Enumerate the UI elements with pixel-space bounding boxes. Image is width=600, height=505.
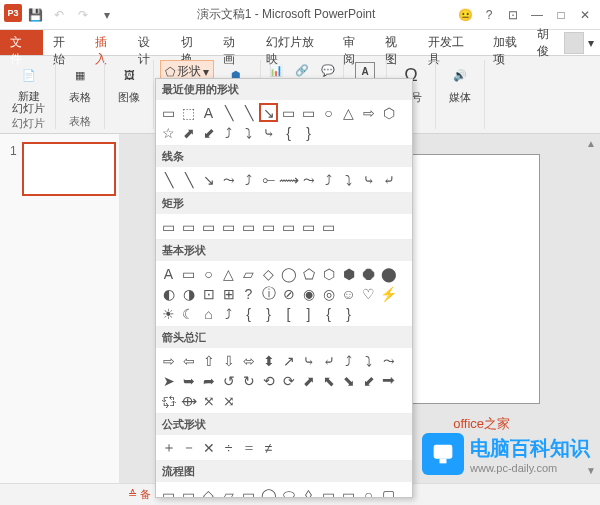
tab-view[interactable]: 视图 <box>375 30 418 55</box>
shape-item[interactable]: ⚡ <box>379 284 398 303</box>
shape-item[interactable]: ⟜ <box>259 170 278 189</box>
shape-item[interactable]: A <box>199 103 218 122</box>
shape-item[interactable]: ⤴ <box>239 170 258 189</box>
shape-item[interactable]: ✕ <box>199 438 218 457</box>
ribbon-options-icon[interactable]: ⊡ <box>502 4 524 26</box>
shape-item[interactable]: ⇨ <box>359 103 378 122</box>
shape-item[interactable]: ▭ <box>159 485 178 498</box>
tab-design[interactable]: 设计 <box>128 30 171 55</box>
tab-review[interactable]: 审阅 <box>333 30 376 55</box>
shape-item[interactable]: { <box>319 304 338 323</box>
shape-item[interactable]: ⊘ <box>279 284 298 303</box>
shape-item[interactable]: ⤵ <box>339 170 358 189</box>
apps-button[interactable]: 🔗 <box>290 60 314 80</box>
shape-item[interactable]: ↗ <box>279 351 298 370</box>
shape-item[interactable]: ⬄ <box>239 351 258 370</box>
shape-item[interactable]: ▭ <box>199 217 218 236</box>
shape-item[interactable]: ▭ <box>179 217 198 236</box>
shape-item[interactable]: ⟿ <box>279 170 298 189</box>
shape-item[interactable]: ▭ <box>299 217 318 236</box>
shape-item[interactable]: ⬡ <box>319 264 338 283</box>
shape-item[interactable]: ▭ <box>279 103 298 122</box>
shape-item[interactable]: ↘ <box>199 170 218 189</box>
slide-thumb-1[interactable]: 1 <box>22 142 116 196</box>
shape-item[interactable]: ⮔ <box>159 391 178 410</box>
shape-item[interactable]: ▭ <box>339 485 358 498</box>
tab-insert[interactable]: 插入 <box>85 30 128 55</box>
shape-item[interactable]: ＝ <box>239 438 258 457</box>
shape-item[interactable]: } <box>259 304 278 323</box>
tab-addins[interactable]: 加载项 <box>483 30 537 55</box>
shape-item[interactable]: ⤶ <box>319 351 338 370</box>
shape-item[interactable]: ▭ <box>179 485 198 498</box>
shape-item[interactable]: ⊡ <box>199 284 218 303</box>
notes-indicator[interactable]: ≙ 备 <box>128 487 151 502</box>
shape-item[interactable]: ⤳ <box>379 351 398 370</box>
shape-item[interactable]: ⇩ <box>219 351 238 370</box>
minimize-icon[interactable]: — <box>526 4 548 26</box>
images-button[interactable]: 🖼 图像 <box>111 60 147 107</box>
shape-item[interactable]: ◐ <box>159 284 178 303</box>
help-icon[interactable]: 😐 <box>454 4 476 26</box>
shape-item[interactable]: ▭ <box>319 485 338 498</box>
shape-item[interactable]: ⇨ <box>159 351 178 370</box>
shape-item[interactable]: ⟴ <box>179 391 198 410</box>
close-icon[interactable]: ✕ <box>574 4 596 26</box>
qat-undo-icon[interactable]: ↶ <box>48 4 70 26</box>
shape-item[interactable]: ▭ <box>219 217 238 236</box>
qat-save-icon[interactable]: 💾 <box>24 4 46 26</box>
shape-item[interactable]: ⤳ <box>299 170 318 189</box>
shape-item[interactable]: ⤴ <box>339 351 358 370</box>
shape-item[interactable]: } <box>299 123 318 142</box>
chart-button[interactable]: 📊 <box>264 60 288 80</box>
shape-item[interactable]: ⮕ <box>379 371 398 390</box>
shape-item[interactable]: － <box>179 438 198 457</box>
shape-item[interactable]: ╲ <box>159 170 178 189</box>
shape-item[interactable]: ╲ <box>179 170 198 189</box>
shape-item[interactable]: ▭ <box>279 217 298 236</box>
shape-item[interactable]: ◉ <box>299 284 318 303</box>
shape-item[interactable]: ] <box>299 304 318 323</box>
qat-redo-icon[interactable]: ↷ <box>72 4 94 26</box>
shape-item[interactable]: ▭ <box>259 217 278 236</box>
shape-item[interactable]: ◑ <box>179 284 198 303</box>
shape-item[interactable]: ◇ <box>259 264 278 283</box>
shape-item[interactable]: ▱ <box>239 264 258 283</box>
shape-item[interactable]: ⬍ <box>259 351 278 370</box>
shape-item[interactable]: [ <box>279 304 298 323</box>
shape-item[interactable]: ▭ <box>159 217 178 236</box>
shape-item[interactable]: ◎ <box>319 284 338 303</box>
shape-item[interactable]: ⬠ <box>299 264 318 283</box>
shape-item[interactable]: ⇦ <box>179 351 198 370</box>
shape-item[interactable]: ⤳ <box>219 170 238 189</box>
shape-item[interactable]: ⤵ <box>239 123 258 142</box>
shape-item[interactable]: ⬈ <box>179 123 198 142</box>
shape-item[interactable]: ⬤ <box>379 264 398 283</box>
shape-item[interactable]: ♡ <box>359 284 378 303</box>
qat-customize-icon[interactable]: ▾ <box>96 4 118 26</box>
table-button[interactable]: ▦ 表格 <box>62 60 98 107</box>
shape-item[interactable]: ◊ <box>299 485 318 498</box>
shape-item[interactable]: ≠ <box>259 438 278 457</box>
shape-item[interactable]: ▭ <box>179 264 198 283</box>
shape-item[interactable]: ＋ <box>159 438 178 457</box>
shape-item[interactable]: ⬉ <box>319 371 338 390</box>
tab-home[interactable]: 开始 <box>43 30 86 55</box>
shape-item[interactable]: ⤵ <box>359 351 378 370</box>
shape-item[interactable]: ⤴ <box>219 304 238 323</box>
shape-item[interactable]: ⤨ <box>219 391 238 410</box>
shape-item[interactable]: △ <box>219 264 238 283</box>
shape-item[interactable]: ▢ <box>379 485 398 498</box>
shape-item[interactable]: ↺ <box>219 371 238 390</box>
user-account[interactable]: 胡俊 ▾ <box>537 30 600 55</box>
shape-item[interactable]: A <box>159 264 178 283</box>
shape-item[interactable]: ⬚ <box>179 103 198 122</box>
shape-item[interactable]: ○ <box>199 264 218 283</box>
media-button[interactable]: 🔊 媒体 <box>442 60 478 107</box>
shape-item[interactable]: ☾ <box>179 304 198 323</box>
shape-item[interactable]: ⤷ <box>359 170 378 189</box>
help-icon[interactable]: ? <box>478 4 500 26</box>
shape-item[interactable]: ☺ <box>339 284 358 303</box>
shape-item[interactable]: ➥ <box>179 371 198 390</box>
shape-item[interactable]: ⓘ <box>259 284 278 303</box>
